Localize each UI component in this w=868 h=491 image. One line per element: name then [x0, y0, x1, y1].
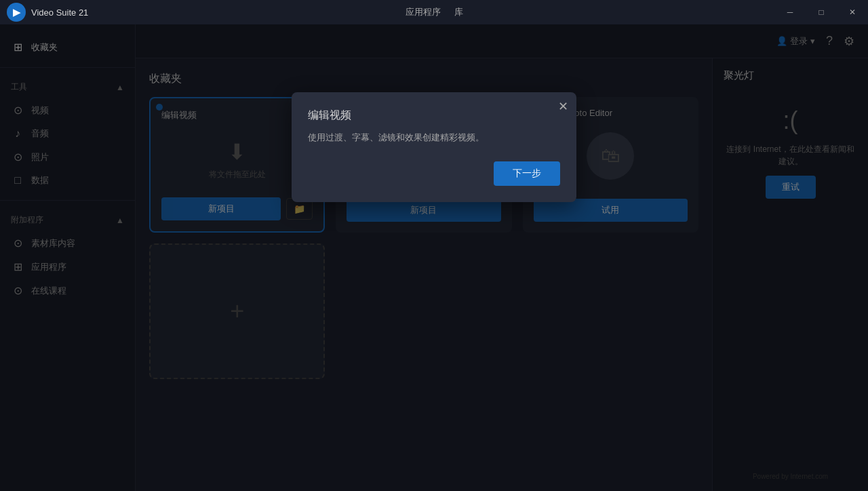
titlebar-controls: ─ □ ✕ — [774, 0, 868, 24]
app-logo: ▶ — [7, 3, 26, 22]
modal-overlay: ✕ 编辑视频 使用过渡、字幕、滤镜和效果创建精彩视频。 下一步 — [0, 24, 868, 491]
maximize-button[interactable]: □ — [806, 0, 837, 24]
app-title: Video Suite 21 — [31, 7, 88, 18]
next-button[interactable]: 下一步 — [494, 161, 560, 186]
titlebar-nav: 应用程序 库 — [406, 6, 463, 18]
modal-description: 使用过渡、字幕、滤镜和效果创建精彩视频。 — [308, 131, 560, 145]
close-button[interactable]: ✕ — [837, 0, 868, 24]
modal-close-button[interactable]: ✕ — [558, 100, 568, 113]
nav-library[interactable]: 库 — [454, 6, 463, 18]
modal-edit-video: ✕ 编辑视频 使用过渡、字幕、滤镜和效果创建精彩视频。 下一步 — [292, 92, 576, 202]
titlebar-left: ▶ Video Suite 21 — [7, 3, 88, 22]
modal-footer: 下一步 — [308, 161, 560, 186]
titlebar: ▶ Video Suite 21 应用程序 库 ─ □ ✕ — [0, 0, 868, 24]
nav-apps[interactable]: 应用程序 — [406, 6, 441, 18]
minimize-button[interactable]: ─ — [774, 0, 806, 24]
modal-title: 编辑视频 — [308, 109, 560, 123]
